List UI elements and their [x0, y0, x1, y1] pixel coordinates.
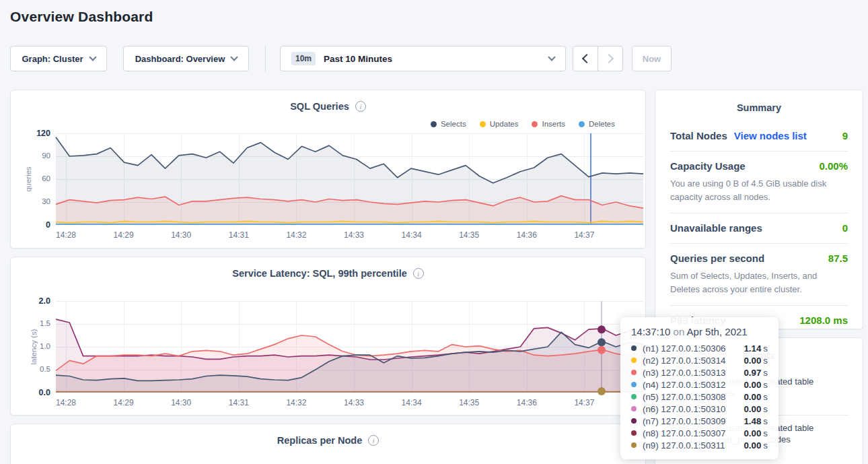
summary-panel: Summary Total NodesView nodes list9Capac…: [655, 90, 863, 329]
x-axis-tick: 14:28: [46, 398, 86, 407]
y-axis-label: queries: [24, 166, 32, 192]
info-icon[interactable]: i: [368, 435, 379, 446]
time-range-label: Past 10 Minutes: [324, 54, 392, 64]
tooltip-node-row: (n4) 127.0.0.1:503120.00s: [620, 378, 779, 391]
series-dot-icon: [631, 345, 637, 351]
sql-queries-panel: SQL Queries i SelectsUpdatesInsertsDelet…: [10, 90, 646, 248]
y-axis-label: latency (s): [30, 329, 38, 364]
legend-dot-icon: [579, 121, 585, 127]
tooltip-node-unit: s: [763, 416, 768, 426]
time-next-button[interactable]: [598, 46, 623, 71]
tooltip-node-label: (n6) 127.0.0.1:50310: [643, 404, 725, 414]
summary-label: Unavailable ranges: [670, 222, 762, 234]
tooltip-node-value: 0.00s: [744, 428, 768, 438]
summary-row: Capacity Usage0.00%You are using 0 B of …: [670, 152, 848, 213]
x-axis-tick: 14:32: [276, 230, 316, 240]
series-dot-icon: [631, 394, 637, 399]
service-latency-chart[interactable]: 0.00.51.01.52.014:2814:2914:3014:3114:32…: [56, 301, 643, 393]
summary-row-head: Unavailable ranges0: [670, 222, 848, 234]
summary-row-head: Total NodesView nodes list9: [670, 130, 848, 141]
chart-series-svg: [56, 133, 643, 225]
tooltip-node-value: 0.00s: [744, 440, 768, 451]
summary-label: Capacity Usage: [670, 160, 746, 172]
tooltip-node-unit: s: [763, 380, 768, 390]
summary-row-head: Queries per second87.5: [670, 253, 848, 264]
summary-value: 0: [842, 222, 848, 234]
x-axis-tick: 14:33: [334, 398, 374, 407]
x-axis-tick: 14:32: [276, 398, 316, 407]
tooltip-node-label: (n5) 127.0.0.1:50308: [643, 392, 725, 402]
tooltip-node-value: 1.14s: [744, 343, 768, 354]
tooltip-node-value: 0.00s: [744, 392, 768, 402]
time-range-picker[interactable]: 10m Past 10 Minutes: [280, 46, 566, 71]
legend-label: Deletes: [589, 120, 615, 128]
sql-queries-chart[interactable]: 030609012014:2814:2914:3014:3114:3214:33…: [56, 133, 643, 225]
tooltip-node-label: (n2) 127.0.0.1:50314: [643, 356, 725, 366]
tooltip-node-unit: s: [763, 368, 768, 378]
x-axis-tick: 14:33: [334, 230, 374, 240]
info-icon[interactable]: i: [413, 268, 424, 279]
tooltip-node-label: (n7) 127.0.0.1:50309: [643, 416, 725, 426]
dashboard-dropdown-label: Dashboard: Overview: [135, 54, 225, 64]
overview-dashboard-page: Overview Dashboard Graph: Cluster Dashbo…: [0, 0, 868, 464]
series-dot-icon: [631, 382, 637, 387]
x-axis-tick: 14:29: [104, 230, 144, 240]
tooltip-node-row: (n9) 127.0.0.1:503110.00s: [620, 439, 779, 451]
summary-row: Queries per second87.5Sum of Selects, Up…: [670, 244, 848, 306]
graph-dropdown-label: Graph: Cluster: [22, 54, 83, 64]
series-dot-icon: [631, 430, 637, 436]
view-nodes-list-link[interactable]: View nodes list: [734, 130, 807, 141]
tooltip-node-row: (n2) 127.0.0.1:503140.00s: [620, 354, 779, 366]
x-axis-tick: 14:35: [449, 230, 489, 240]
chart-series-svg: [56, 301, 643, 393]
y-axis-tick: 0: [24, 220, 50, 230]
series-dot-icon: [631, 418, 637, 424]
legend-item-updates[interactable]: Updates: [480, 120, 519, 128]
tooltip-node-row: (n6) 127.0.0.1:503100.00s: [620, 403, 779, 415]
summary-row: Total NodesView nodes list9: [670, 121, 848, 152]
controls-bar: Graph: Cluster Dashboard: Overview 10m P…: [0, 46, 868, 71]
tooltip-node-unit: s: [763, 440, 768, 451]
tooltip-node-row: (n8) 127.0.0.1:503070.00s: [620, 427, 779, 439]
x-axis-tick: 14:31: [219, 230, 259, 240]
legend-item-inserts[interactable]: Inserts: [532, 120, 565, 128]
chart-title-replicas-per-node: Replicas per Node: [277, 435, 363, 446]
time-prev-button[interactable]: [573, 46, 598, 71]
chevron-left-icon: [582, 54, 591, 63]
graph-dropdown[interactable]: Graph: Cluster: [10, 46, 107, 71]
x-axis-tick: 14:34: [392, 230, 432, 240]
x-axis-tick: 14:34: [392, 398, 432, 407]
chevron-right-icon: [604, 54, 614, 63]
x-axis-tick: 14:35: [449, 398, 489, 407]
y-axis-tick: 90: [24, 152, 50, 160]
tooltip-node-row: (n7) 127.0.0.1:503091.48s: [620, 415, 779, 427]
tooltip-node-unit: s: [763, 404, 768, 414]
summary-value: 9: [842, 130, 848, 141]
legend-dot-icon: [532, 121, 538, 127]
summary-label: Queries per second: [670, 253, 764, 264]
x-axis-tick: 14:28: [46, 230, 86, 240]
hover-dot-icon: [598, 325, 606, 333]
y-axis-tick: 0.5: [24, 365, 50, 373]
series-dot-icon: [631, 442, 637, 448]
info-icon[interactable]: i: [355, 101, 366, 112]
y-axis-tick: 120: [24, 129, 50, 138]
replicas-per-node-panel: Replicas per Node i: [10, 424, 646, 464]
legend-item-selects[interactable]: Selects: [431, 120, 466, 128]
chart-title-service-latency: Service Latency: SQL, 99th percentile: [232, 268, 407, 279]
tooltip-node-label: (n3) 127.0.0.1:50313: [643, 368, 725, 378]
time-range-badge: 10m: [291, 52, 316, 65]
page-title: Overview Dashboard: [10, 9, 153, 25]
legend-dot-icon: [431, 121, 437, 127]
x-axis-tick: 14:36: [507, 230, 547, 240]
x-axis-tick: 14:30: [161, 398, 201, 407]
dashboard-dropdown[interactable]: Dashboard: Overview: [123, 46, 249, 71]
summary-row: Unavailable ranges0: [670, 213, 848, 244]
tooltip-node-value: 0.00s: [744, 380, 768, 390]
y-axis-tick: 30: [24, 197, 50, 205]
hover-dot-icon: [598, 346, 606, 354]
x-axis-tick: 14:29: [104, 398, 144, 407]
legend-item-deletes[interactable]: Deletes: [579, 120, 615, 128]
now-button[interactable]: Now: [632, 46, 672, 71]
tooltip-node-unit: s: [763, 428, 768, 438]
